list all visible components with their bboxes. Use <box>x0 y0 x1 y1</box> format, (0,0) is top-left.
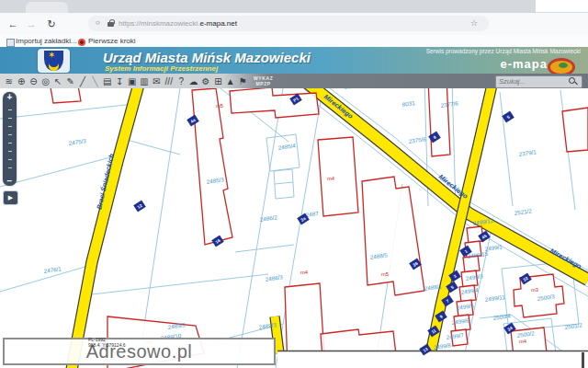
map-canvas[interactable]: 2475/32476/12485/32485/42486/224872486/3… <box>0 88 588 368</box>
building-label: m3 <box>531 287 538 293</box>
map-extent-blank <box>277 351 588 368</box>
page-subtitle: System Informacji Przestrzennej <box>105 64 218 73</box>
adresowo-watermark: Adresowo.pl <box>3 338 276 365</box>
first-steps-icon <box>78 39 85 46</box>
back-button[interactable]: ← <box>6 17 20 31</box>
url-text[interactable]: https://minskmazowiecki.e-mapa.net <box>119 19 237 28</box>
building-label: m5 <box>216 103 223 109</box>
tool-layers-icon[interactable]: ≋ <box>3 75 15 88</box>
reload-button[interactable]: ↻ <box>44 17 59 31</box>
building-outline <box>562 108 588 152</box>
building-outline <box>51 88 81 103</box>
search-input[interactable] <box>499 77 567 86</box>
coordinate-readout: PL-1992 988.4 Y:579124.6 <box>88 337 126 348</box>
tool-export-icon[interactable]: ↧ <box>114 75 126 88</box>
wykaz-mpzp-button[interactable]: WYKAZ MPZP <box>254 76 273 86</box>
building-label: m5 <box>381 271 389 277</box>
xy-label: 988.4 Y:579124.6 <box>88 342 126 348</box>
tool-zoom-in-icon[interactable]: ⊕ <box>15 75 27 88</box>
import-bookmarks-icon <box>6 39 15 47</box>
zoom-in-button[interactable]: + <box>7 92 13 102</box>
tool-profiles-icon[interactable]: /// <box>163 75 175 88</box>
tool-copy-view-icon[interactable]: ▣ <box>126 75 138 88</box>
bookmark-import[interactable]: Importuj zakładki... <box>16 37 77 45</box>
building-label: m4 <box>327 176 335 181</box>
tool-settings-icon[interactable]: ⚙ <box>199 75 211 88</box>
tool-measure-line-icon[interactable]: ╱ <box>76 75 88 88</box>
tool-print-icon[interactable]: ▤ <box>101 75 113 88</box>
bookmark-star-icon[interactable]: ☆ <box>470 18 478 28</box>
forward-button[interactable]: → <box>24 17 39 31</box>
zoom-out-button[interactable]: − <box>7 176 13 186</box>
crest-crescent-mask <box>49 57 59 67</box>
tool-draw-icon[interactable]: ✎ <box>64 75 76 88</box>
emapa-logo-icon-inner <box>559 63 568 68</box>
window-controls-area <box>536 0 588 12</box>
toolbar-tools: ≋⊕⊖◎↖✎╱╲▤↧▣▥✉///?☁⚙⊞▲⚑ <box>3 75 249 88</box>
tool-messages-icon[interactable]: ✉ <box>151 75 163 88</box>
tool-zoom-out-icon[interactable]: ⊖ <box>28 75 40 88</box>
lock-icon-body <box>107 22 114 27</box>
zoom-slider[interactable]: + − <box>3 92 17 186</box>
emapa-logo-text[interactable]: e-mapa <box>500 57 548 71</box>
page-title: Urząd Miasta Mińsk Mazowiecki <box>103 50 311 65</box>
browser-tab[interactable] <box>26 2 68 13</box>
zoom-ticks[interactable] <box>8 102 12 176</box>
tool-full-extent-icon[interactable]: ◎ <box>40 75 51 88</box>
tool-cloud-services-icon[interactable]: ☁ <box>187 75 199 88</box>
panel-expand-button[interactable]: ▶ <box>3 190 18 205</box>
site-info-icon[interactable]: ○ <box>96 18 105 28</box>
tool-shop-icon[interactable]: ⊞ <box>212 75 224 88</box>
building-outline <box>318 137 358 216</box>
building-label: m4 <box>300 270 309 275</box>
tool-data-panel-icon[interactable]: ▥ <box>138 75 150 88</box>
map-extent-corner <box>582 352 584 368</box>
tool-help-icon[interactable]: ? <box>175 75 187 88</box>
building-label: m4 <box>519 339 527 344</box>
tool-poi-flag-icon[interactable]: ⚑ <box>236 75 248 88</box>
screenshot-root: ← → ↻ ○ https://minskmazowiecki.e-mapa.n… <box>0 0 588 368</box>
bookmark-first-steps[interactable]: Pierwsze kroki <box>88 37 136 45</box>
tool-terrain-icon[interactable]: ▲ <box>224 75 236 88</box>
building-outline <box>428 88 450 156</box>
tool-measure-area-icon[interactable]: ╲ <box>89 75 101 88</box>
service-note: Serwis prowadzony przez Urząd Miasta Miń… <box>426 48 581 54</box>
browser-titlebar <box>0 0 588 13</box>
tool-pointer-icon[interactable]: ↖ <box>52 75 64 88</box>
